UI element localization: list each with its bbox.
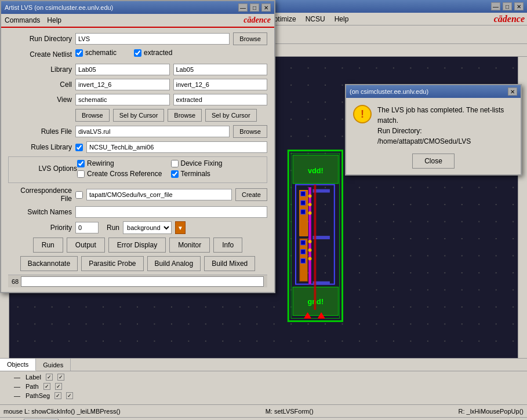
lvs-close-btn[interactable]: Close [412, 154, 455, 169]
svg-point-17 [308, 240, 312, 243]
action-buttons-row1: Run Output Error Display Monitor Info [8, 238, 267, 253]
schematic-check-row: schematic [75, 49, 117, 57]
sel-cursor2-btn[interactable]: Sel by Cursor [205, 109, 257, 122]
switch-names-row: Switch Names [8, 206, 267, 218]
backannotate-btn[interactable]: Backannotate [20, 256, 78, 271]
run-dropdown-btn[interactable]: ▼ [175, 221, 186, 234]
label-check1[interactable]: ✓ [46, 374, 53, 381]
schematic-checkbox[interactable] [75, 49, 83, 57]
minimize-button[interactable]: — [491, 2, 500, 10]
svg-text:vdd!: vdd! [308, 166, 324, 175]
lvs-message-line2: Run Directory: /home/attapatt/CMOSedu/LV… [377, 126, 514, 147]
rules-library-checkbox[interactable] [75, 144, 83, 151]
svg-rect-29 [301, 250, 306, 254]
output-btn[interactable]: Output [67, 238, 105, 253]
library-label: Library [8, 65, 72, 74]
browse1-btn[interactable]: Browse [75, 109, 110, 122]
status-value: 68 [12, 278, 19, 285]
status-input[interactable] [21, 276, 264, 287]
artist-lvs-menubar: Commands Help cādence [1, 14, 274, 28]
switch-names-input[interactable] [75, 206, 267, 218]
create-netlist-row: Create Netlist schematic extracted [8, 49, 267, 60]
svg-rect-25 [301, 192, 306, 196]
label-check2[interactable]: ✓ [57, 374, 64, 381]
rewiring-label: Rewiring [87, 159, 114, 167]
rules-file-row: Rules File Browse [8, 125, 267, 138]
rewiring-row: Rewiring [77, 159, 169, 167]
run-mode-select[interactable]: background foreground [123, 221, 172, 234]
tab-guides[interactable]: Guides [36, 359, 71, 371]
run-dir-input[interactable] [75, 33, 230, 45]
create-netlist-label: Create Netlist [8, 50, 72, 59]
dialog-status-line: 68 [8, 275, 267, 287]
rules-library-input[interactable] [86, 141, 267, 153]
lvs-complete-close-x[interactable]: ✕ [508, 87, 517, 96]
mouse-m-text: M: setLVSForm() [266, 408, 314, 415]
sel-cursor1-btn[interactable]: Sel by Cursor [113, 109, 165, 122]
cross-reference-checkbox[interactable] [77, 170, 85, 178]
cadence-logo-main: cādence [494, 14, 525, 24]
terminals-label: Terminals [181, 170, 210, 178]
parasitic-probe-btn[interactable]: Parasitic Probe [81, 256, 143, 271]
switch-names-label: Switch Names [8, 208, 72, 216]
library-extracted-input[interactable] [173, 64, 268, 75]
lvs-complete-dialog: (on csimcluster.ee.unlv.edu) ✕ ! The LVS… [345, 84, 522, 176]
error-display-btn[interactable]: Error Display [108, 238, 166, 253]
rules-file-label: Rules File [8, 127, 72, 136]
run-mode-label: Run [107, 224, 119, 232]
svg-rect-27 [301, 210, 306, 214]
lvs-close-row: Close [346, 154, 521, 174]
browse2-btn[interactable]: Browse [168, 109, 202, 122]
pathseg-check2[interactable]: ✓ [66, 392, 73, 399]
view-extracted-input[interactable] [173, 94, 268, 105]
dialog-minimize-btn[interactable]: — [238, 3, 248, 12]
priority-input[interactable] [75, 222, 99, 233]
tab-objects[interactable]: Objects [0, 359, 36, 371]
svg-rect-28 [301, 240, 306, 245]
run-dir-browse-btn[interactable]: Browse [233, 32, 267, 45]
close-button[interactable]: ✕ [514, 2, 524, 10]
list-item-pathseg: — PathSeg ✓ ✓ [2, 391, 525, 400]
dialog-maximize-btn[interactable]: □ [250, 3, 259, 12]
item-label-text: Label [26, 374, 41, 381]
cell-extracted-input[interactable] [173, 79, 268, 90]
pathseg-check1[interactable]: ✓ [54, 392, 61, 399]
run-btn[interactable]: Run [33, 238, 63, 253]
svg-rect-12 [309, 188, 311, 284]
maximize-button[interactable]: □ [503, 2, 512, 10]
menu-ncsu[interactable]: NCSU [301, 14, 330, 24]
cell-label: Cell [8, 81, 72, 89]
corr-file-checkbox[interactable] [75, 191, 83, 199]
rules-file-input[interactable] [75, 126, 230, 137]
view-row: View [8, 94, 267, 105]
corr-file-input[interactable] [86, 189, 232, 200]
svg-point-14 [308, 194, 312, 198]
info-btn[interactable]: Info [213, 238, 242, 253]
device-fixing-checkbox[interactable] [171, 160, 179, 167]
lvs-complete-titlebar: (on csimcluster.ee.unlv.edu) ✕ [346, 85, 521, 98]
library-schematic-input[interactable] [75, 64, 170, 75]
build-analog-btn[interactable]: Build Analog [147, 256, 201, 271]
path-check2[interactable]: ✓ [55, 383, 62, 390]
lvs-message: The LVS job has completed. The net-lists… [377, 105, 514, 147]
lvs-message-line1: The LVS job has completed. The net-lists… [377, 105, 514, 126]
dialog-menu-help[interactable]: Help [47, 16, 61, 24]
rules-library-row: Rules Library [8, 141, 267, 153]
netlist-section: schematic extracted [75, 49, 267, 57]
cadence-logo-dialog: cādence [243, 16, 271, 25]
rules-file-browse-btn[interactable]: Browse [233, 125, 267, 138]
terminals-checkbox[interactable] [171, 170, 179, 178]
corr-create-btn[interactable]: Create [235, 188, 267, 201]
dialog-menu: Commands Help [5, 16, 61, 24]
monitor-btn[interactable]: Monitor [169, 238, 210, 253]
menu-help[interactable]: Help [330, 14, 354, 24]
rewiring-checkbox[interactable] [77, 160, 85, 167]
view-schematic-input[interactable] [75, 94, 170, 105]
cell-schematic-input[interactable] [75, 79, 170, 90]
dialog-close-btn[interactable]: ✕ [261, 3, 271, 12]
dialog-menu-commands[interactable]: Commands [5, 16, 40, 24]
extracted-checkbox[interactable] [134, 49, 141, 57]
build-mixed-btn[interactable]: Build Mixed [204, 256, 255, 271]
artist-lvs-title: Artist LVS (on csimcluster.ee.unlv.edu) [5, 4, 113, 11]
path-check1[interactable]: ✓ [43, 383, 50, 390]
